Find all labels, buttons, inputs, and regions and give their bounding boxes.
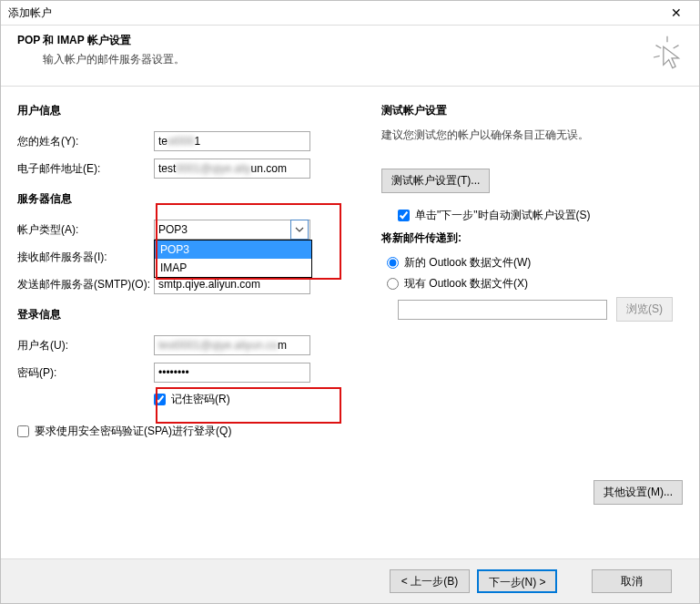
label-username: 用户名(U): xyxy=(17,338,154,353)
label-new-pst: 新的 Outlook 数据文件(W) xyxy=(404,255,531,271)
svg-line-3 xyxy=(654,56,660,57)
left-column: 用户信息 您的姓名(Y): te st000 1 电子邮件地址(E): xyxy=(17,103,372,445)
header-subtitle: 输入帐户的邮件服务器设置。 xyxy=(17,48,683,67)
close-icon: ✕ xyxy=(671,5,682,20)
cursor-click-icon xyxy=(652,35,683,74)
auto-test-checkbox[interactable] xyxy=(398,210,410,221)
spa-checkbox[interactable] xyxy=(17,425,29,437)
label-auto-test: 单击"下一步"时自动测试帐户设置(S) xyxy=(415,208,591,223)
svg-line-2 xyxy=(674,46,679,48)
chevron-down-icon xyxy=(290,220,309,240)
password-input[interactable] xyxy=(154,363,310,383)
label-password: 密码(P): xyxy=(17,365,154,381)
test-settings-button[interactable]: 测试帐户设置(T)... xyxy=(381,169,490,193)
label-account-type: 帐户类型(A): xyxy=(17,222,154,238)
deliver-new-pst-radio[interactable] xyxy=(387,257,399,269)
section-deliver-to: 将新邮件传递到: xyxy=(381,230,683,246)
test-hint: 建议您测试您的帐户以确保条目正确无误。 xyxy=(381,128,683,143)
back-button[interactable]: < 上一步(B) xyxy=(390,569,470,593)
label-incoming-server: 接收邮件服务器(I): xyxy=(17,250,154,265)
account-type-option-imap[interactable]: IMAP xyxy=(155,259,311,277)
existing-pst-path-input[interactable] xyxy=(398,300,607,320)
svg-line-1 xyxy=(656,46,662,48)
browse-button[interactable]: 浏览(S) xyxy=(616,297,673,322)
next-button[interactable]: 下一步(N) > xyxy=(477,569,557,593)
label-outgoing-server: 发送邮件服务器(SMTP)(O): xyxy=(17,277,154,292)
email-input[interactable]: test 0001@qiye.aliy un.com xyxy=(154,159,310,179)
header: POP 和 IMAP 帐户设置 输入帐户的邮件服务器设置。 xyxy=(1,26,699,87)
right-column: 测试帐户设置 建议您测试您的帐户以确保条目正确无误。 测试帐户设置(T)... … xyxy=(372,103,683,445)
more-settings-button[interactable]: 其他设置(M)... xyxy=(593,480,683,505)
window-title: 添加帐户 xyxy=(8,5,52,21)
account-type-select[interactable]: POP3 POP3 IMAP xyxy=(154,220,310,240)
dialog-body: 用户信息 您的姓名(Y): te st000 1 电子邮件地址(E): xyxy=(1,87,699,553)
section-user-info: 用户信息 xyxy=(17,103,372,118)
add-account-dialog: 添加帐户 ✕ POP 和 IMAP 帐户设置 输入帐户的邮件服务器设置。 用户信… xyxy=(0,0,700,604)
account-type-dropdown: POP3 IMAP xyxy=(154,240,312,278)
account-type-selected-value: POP3 xyxy=(158,223,188,236)
your-name-input[interactable]: te st000 1 xyxy=(154,131,310,151)
label-remember-password: 记住密码(R) xyxy=(171,392,230,407)
section-server-info: 服务器信息 xyxy=(17,191,372,207)
label-email: 电子邮件地址(E): xyxy=(17,161,154,177)
label-your-name: 您的姓名(Y): xyxy=(17,134,154,149)
section-login-info: 登录信息 xyxy=(17,307,372,322)
remember-password-checkbox[interactable] xyxy=(154,394,166,405)
close-button[interactable]: ✕ xyxy=(661,3,692,23)
account-type-option-pop3[interactable]: POP3 xyxy=(155,241,311,259)
username-input[interactable]: test0001@qiye.aliyun.co m xyxy=(154,335,310,355)
titlebar: 添加帐户 ✕ xyxy=(1,1,699,26)
cancel-button[interactable]: 取消 xyxy=(592,569,672,593)
label-spa: 要求使用安全密码验证(SPA)进行登录(Q) xyxy=(35,424,231,439)
label-existing-pst: 现有 Outlook 数据文件(X) xyxy=(404,276,528,292)
deliver-existing-pst-radio[interactable] xyxy=(387,278,399,290)
footer: < 上一步(B) 下一步(N) > 取消 xyxy=(1,558,699,603)
header-title: POP 和 IMAP 帐户设置 xyxy=(17,33,683,48)
section-test-settings: 测试帐户设置 xyxy=(381,103,683,118)
